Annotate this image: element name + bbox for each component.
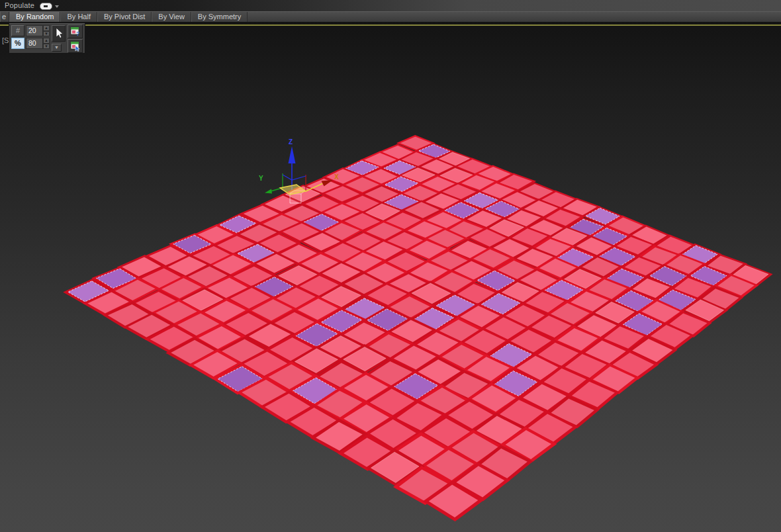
cursor-options-dropdown[interactable]: ▼ xyxy=(52,44,62,52)
tab-by-pivot-dist[interactable]: By Pivot Dist xyxy=(97,12,152,22)
drag-handle-pill-icon[interactable] xyxy=(40,3,52,10)
tab-by-random[interactable]: By Random xyxy=(9,12,60,22)
spinner-up-icon[interactable]: ▲ xyxy=(43,25,50,31)
panel-pick-button[interactable] xyxy=(68,39,83,53)
chevron-down-icon[interactable] xyxy=(55,5,59,8)
scene-canvas[interactable]: ZYX xyxy=(0,0,781,532)
percent-input[interactable]: 80 xyxy=(26,38,43,49)
cursor-icon xyxy=(52,26,65,41)
gizmo-plane-bracket xyxy=(283,175,306,180)
percent-spinner[interactable]: ▲ ▼ xyxy=(43,38,50,49)
tab-by-view[interactable]: By View xyxy=(152,12,191,22)
spinner-down-icon[interactable]: ▼ xyxy=(43,31,50,37)
gizmo-y-axis[interactable] xyxy=(271,189,280,191)
panel-pick-icon xyxy=(68,40,82,52)
tab-by-half[interactable]: By Half xyxy=(60,12,97,22)
gizmo-z-arrowhead[interactable] xyxy=(289,146,296,163)
spinner-down-icon[interactable]: ▼ xyxy=(43,44,50,50)
gizmo-y-arrowhead[interactable] xyxy=(265,189,272,194)
populate-tabbar: e By RandomBy HalfBy Pivot DistBy ViewBy… xyxy=(0,11,781,22)
panel-question-icon: ? xyxy=(68,25,82,38)
tab-by-symmetry[interactable]: By Symmetry xyxy=(191,12,248,22)
select-cursor-button[interactable] xyxy=(52,25,66,42)
count-spinner[interactable]: ▲ ▼ xyxy=(43,25,50,36)
svg-text:?: ? xyxy=(76,30,80,37)
panel-info-button[interactable]: ? xyxy=(68,24,83,38)
window-title: Populate xyxy=(5,1,34,9)
percent-mode-button[interactable]: % xyxy=(11,38,24,49)
populate-titlebar[interactable]: Populate xyxy=(0,0,781,12)
count-mode-button[interactable]: # xyxy=(11,25,24,36)
gizmo-z-label: Z xyxy=(289,138,293,146)
spinner-up-icon[interactable]: ▲ xyxy=(43,38,50,44)
count-input[interactable]: 20 xyxy=(26,25,43,36)
gizmo-x-label: X xyxy=(334,173,339,181)
pivot-box xyxy=(290,194,301,203)
by-random-tool-panel: # 20 ▲ ▼ % 80 ▲ ▼ ▼ ? xyxy=(9,22,85,54)
tab-overflow-fragment[interactable]: e xyxy=(0,12,9,22)
caret-down-icon: ▼ xyxy=(54,45,59,50)
gizmo-y-label: Y xyxy=(259,175,263,182)
